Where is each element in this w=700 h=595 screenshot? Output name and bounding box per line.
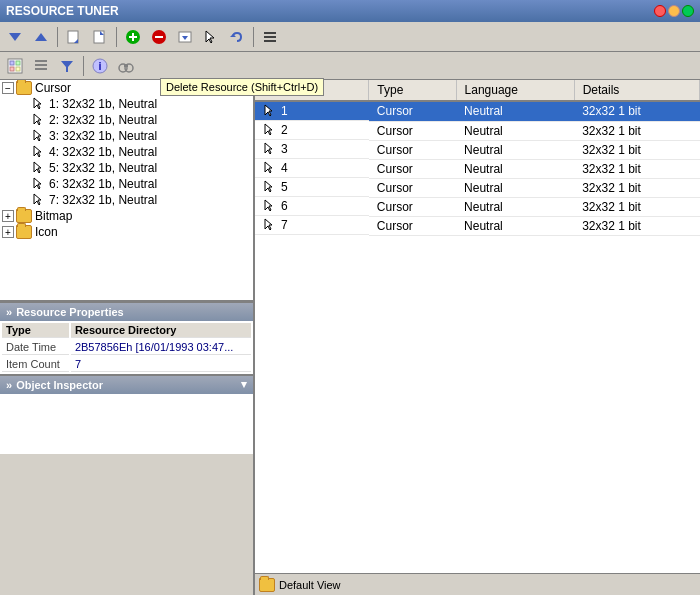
resource-language: Neutral (456, 121, 574, 140)
tree-cursor-1[interactable]: 1: 32x32 1b, Neutral (0, 96, 253, 112)
svg-rect-23 (35, 60, 47, 62)
svg-marker-1 (35, 33, 47, 41)
resource-details: 32x32 1 bit (574, 216, 699, 235)
svg-marker-46 (265, 219, 272, 230)
table-row[interactable]: 5CursorNeutral32x32 1 bit (255, 178, 700, 197)
resource-type: Cursor (369, 140, 456, 159)
svg-marker-41 (265, 124, 272, 135)
bitmap-folder-label: Bitmap (35, 209, 72, 223)
properties-header: » Resource Properties (0, 303, 253, 321)
table-row[interactable]: 7CursorNeutral32x32 1 bit (255, 216, 700, 235)
resource-num-cell: 6 (255, 197, 369, 216)
cursor-icon-1 (32, 97, 46, 111)
svg-marker-44 (265, 181, 272, 192)
svg-rect-22 (16, 67, 20, 71)
prop-datetime-value: 2B57856Eh [16/01/1993 03:47... (71, 340, 251, 355)
svg-marker-37 (34, 162, 41, 173)
tree-cursor-folder[interactable]: − Cursor (0, 80, 253, 96)
svg-rect-20 (16, 61, 20, 65)
resource-num: 5 (281, 180, 288, 194)
add-button[interactable] (121, 25, 145, 49)
col-details: Details (574, 80, 699, 101)
svg-marker-43 (265, 162, 272, 173)
left-panel: − Cursor 1: 32x32 1b, Neutral 2: 32x32 (0, 80, 255, 595)
filter-button[interactable] (55, 54, 79, 78)
cursor-toggle[interactable]: − (2, 82, 14, 94)
move-down-button[interactable] (3, 25, 27, 49)
svg-rect-25 (35, 68, 47, 70)
bitmap-toggle[interactable]: + (2, 210, 14, 222)
svg-marker-0 (9, 33, 21, 41)
resource-language: Neutral (456, 140, 574, 159)
delete-button[interactable] (147, 25, 171, 49)
svg-rect-17 (264, 40, 276, 42)
cursor-2-label: 2: 32x32 1b, Neutral (49, 113, 157, 127)
tree-cursor-3[interactable]: 3: 32x32 1b, Neutral (0, 128, 253, 144)
tree-view[interactable]: − Cursor 1: 32x32 1b, Neutral 2: 32x32 (0, 80, 253, 301)
separator3 (253, 27, 254, 47)
col-language: Language (456, 80, 574, 101)
tree-cursor-2[interactable]: 2: 32x32 1b, Neutral (0, 112, 253, 128)
table-row[interactable]: 4CursorNeutral32x32 1 bit (255, 159, 700, 178)
tree-icon-folder[interactable]: + Icon (0, 224, 253, 240)
svg-marker-42 (265, 143, 272, 154)
export-button[interactable] (88, 25, 112, 49)
table-row[interactable]: 1CursorNeutral32x32 1 bit (255, 101, 700, 121)
close-btn[interactable] (654, 5, 666, 17)
cursor-button[interactable] (199, 25, 223, 49)
resource-type: Cursor (369, 216, 456, 235)
svg-rect-4 (94, 31, 104, 43)
cursor-icon-6 (32, 177, 46, 191)
image-view-button[interactable] (3, 54, 27, 78)
resource-language: Neutral (456, 159, 574, 178)
resource-details: 32x32 1 bit (574, 121, 699, 140)
extract-button[interactable] (173, 25, 197, 49)
inspector-scroll-icon: ▾ (241, 378, 247, 391)
resource-type: Cursor (369, 159, 456, 178)
separator2 (116, 27, 117, 47)
resource-num: 7 (281, 218, 288, 232)
info-button[interactable] (88, 54, 112, 78)
inspector-header: » Object Inspector ▾ (0, 376, 253, 394)
inspector-arrow: » (6, 379, 12, 391)
inspector-body (0, 394, 253, 454)
undo-button[interactable] (225, 25, 249, 49)
icon-toggle[interactable]: + (2, 226, 14, 238)
cursor-icon-7 (32, 193, 46, 207)
resource-num: 3 (281, 142, 288, 156)
svg-marker-26 (61, 61, 73, 72)
resource-num-cell: 1 (255, 102, 369, 121)
tree-cursor-5[interactable]: 5: 32x32 1b, Neutral (0, 160, 253, 176)
resource-num-cell: 7 (255, 216, 369, 235)
move-up-button[interactable] (29, 25, 53, 49)
max-btn[interactable] (682, 5, 694, 17)
table-header-row: Resource Type Language Details (255, 80, 700, 101)
tree-bitmap-folder[interactable]: + Bitmap (0, 208, 253, 224)
prop-itemcount-row: Item Count 7 (2, 357, 251, 372)
app-title: RESOURCE TUNER (6, 4, 119, 18)
tree-cursor-6[interactable]: 6: 32x32 1b, Neutral (0, 176, 253, 192)
resource-table-container[interactable]: Resource Type Language Details 1CursorNe… (255, 80, 700, 573)
list-view-button[interactable] (29, 54, 53, 78)
resource-details: 32x32 1 bit (574, 101, 699, 121)
table-row[interactable]: 3CursorNeutral32x32 1 bit (255, 140, 700, 159)
svg-rect-19 (10, 61, 14, 65)
cursor-3-label: 3: 32x32 1b, Neutral (49, 129, 157, 143)
resource-type: Cursor (369, 178, 456, 197)
svg-marker-40 (265, 105, 272, 116)
binoculars-button[interactable] (114, 54, 138, 78)
min-btn[interactable] (668, 5, 680, 17)
properties-title: Resource Properties (16, 306, 124, 318)
tree-cursor-4[interactable]: 4: 32x32 1b, Neutral (0, 144, 253, 160)
prop-type-row: Type Resource Directory (2, 323, 251, 338)
resource-details: 32x32 1 bit (574, 197, 699, 216)
resource-language: Neutral (456, 101, 574, 121)
resource-type: Cursor (369, 121, 456, 140)
table-row[interactable]: 2CursorNeutral32x32 1 bit (255, 121, 700, 140)
table-row[interactable]: 6CursorNeutral32x32 1 bit (255, 197, 700, 216)
view-button[interactable] (258, 25, 282, 49)
svg-rect-15 (264, 32, 276, 34)
toolbar2: Delete Resource (Shift+Ctrl+D) (0, 52, 700, 80)
tree-cursor-7[interactable]: 7: 32x32 1b, Neutral (0, 192, 253, 208)
import-button[interactable] (62, 25, 86, 49)
